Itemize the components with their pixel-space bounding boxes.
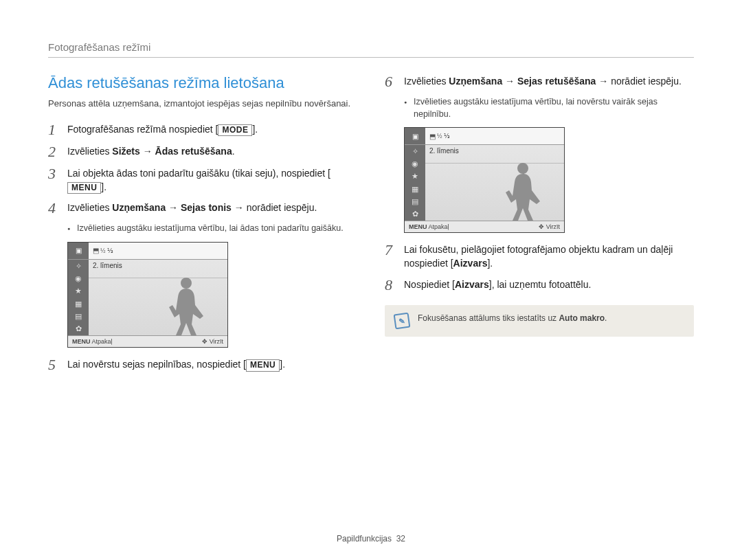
level-label: 2. līmenis xyxy=(425,145,564,164)
step-text: Izvēlieties xyxy=(404,76,449,87)
sidebar-icon: ▦ xyxy=(68,298,89,310)
bold-term: Uzņemšana xyxy=(449,76,502,87)
mode-button-label: MODE xyxy=(218,124,252,137)
person-silhouette-icon xyxy=(499,161,547,221)
svg-point-1 xyxy=(517,163,528,174)
note-text: Fokusēšanas attālums tiks iestatīts uz xyxy=(418,313,559,323)
arrow: → xyxy=(502,76,517,87)
step-text: Lai novērstu sejas nepilnības, nospiedie… xyxy=(67,359,246,370)
step-number: 5 xyxy=(48,357,67,372)
note-text: . xyxy=(605,313,607,323)
bold-term: Aizvars xyxy=(453,258,488,269)
step-text: Izvēlieties xyxy=(67,146,112,157)
sidebar-icon: ★ xyxy=(68,285,89,298)
move-label: Virzīt xyxy=(210,338,223,345)
step-4: 4 Izvēlieties Uzņemšana → Sejas tonis → … xyxy=(48,201,357,216)
step-6-sub: Izvēlieties augstāku iestatījuma vērtību… xyxy=(404,96,694,120)
sidebar-icon: ✿ xyxy=(68,323,89,335)
step-text: Nospiediet [ xyxy=(404,279,455,290)
step-number: 4 xyxy=(48,201,67,216)
note-icon: ✎ xyxy=(394,312,411,329)
step-5: 5 Lai novērstu sejas nepilnības, nospied… xyxy=(48,357,357,372)
step-number: 7 xyxy=(385,243,404,258)
sidebar-icon: ▤ xyxy=(68,310,89,322)
exposure-icon: ⬒ xyxy=(93,247,99,254)
sidebar-icon: ▦ xyxy=(405,183,425,195)
arrow: → xyxy=(166,202,181,213)
step-1: 1 Fotografēšanas režīmā nospiediet [MODE… xyxy=(48,122,357,137)
menu-label: MENU xyxy=(409,223,427,230)
sidebar-icon: ✧ xyxy=(405,145,425,157)
step-text: ]. xyxy=(252,124,258,135)
step-number: 8 xyxy=(385,278,404,293)
bold-term: Auto makro xyxy=(559,313,605,323)
sidebar-icon: ✧ xyxy=(68,260,89,272)
page-number: 32 xyxy=(396,534,405,544)
right-column: 6 Izvēlieties Uzņemšana → Sejas retušēša… xyxy=(385,74,694,379)
bold-term: Sižets xyxy=(112,146,139,157)
arrow: → xyxy=(140,146,155,157)
sidebar-icon: ◉ xyxy=(405,157,425,170)
step-text: → norādiet iespēju. xyxy=(596,76,682,87)
step-text: ]. xyxy=(101,181,106,192)
bold-term: Uzņemšana xyxy=(112,202,166,213)
step-text: ], lai uzņemtu fotoattēlu. xyxy=(489,279,592,290)
step-3: 3 Lai objekta ādas toni padarītu gaišāku… xyxy=(48,166,357,194)
step-number: 2 xyxy=(48,144,67,159)
step-text: . xyxy=(232,146,235,157)
mode-icon: ▣ xyxy=(76,247,82,254)
step-text: ]. xyxy=(487,258,493,269)
bold-term: Ādas retušēšana xyxy=(155,146,232,157)
bold-term: Aizvars xyxy=(455,279,489,290)
step-8: 8 Nospiediet [Aizvars], lai uzņemtu foto… xyxy=(385,278,694,293)
bold-term: Sejas retušēšana xyxy=(517,76,596,87)
sidebar-icon: ✿ xyxy=(405,208,425,221)
step-4-sub: Izvēlieties augstāku iestatījuma vērtību… xyxy=(67,223,357,235)
step-text: Lai fokusētu, pielāgojiet fotografējamo … xyxy=(404,244,673,269)
level-label: 2. līmenis xyxy=(89,260,227,278)
step-number: 1 xyxy=(48,122,67,137)
header-section-label: Fotografēšanas režīmi xyxy=(48,41,694,58)
sidebar-icon: ▤ xyxy=(405,195,425,208)
section-title: Ādas retušēšanas režīma lietošana xyxy=(48,74,357,92)
camera-screen-illustration: ▣ ⬒½ ⅓ ✧ ◉ ★ ▦ ▤ ✿ 2. līmenis xyxy=(404,127,565,233)
back-label: Atpakaļ xyxy=(429,223,449,230)
menu-button-label: MENU xyxy=(246,359,280,372)
footer-label: Papildfunkcijas xyxy=(337,534,392,544)
page-footer: Papildfunkcijas 32 xyxy=(0,534,742,544)
bold-term: Sejas tonis xyxy=(181,202,232,213)
menu-label: MENU xyxy=(72,338,91,345)
step-number: 3 xyxy=(48,166,67,181)
left-column: Ādas retušēšanas režīma lietošana Person… xyxy=(48,74,357,379)
menu-button-label: MENU xyxy=(67,182,101,194)
step-text: Fotografēšanas režīmā nospiediet [ xyxy=(67,124,218,135)
exposure-icon: ⬒ xyxy=(429,133,436,140)
sidebar-icon: ★ xyxy=(405,170,425,183)
step-7: 7 Lai fokusētu, pielāgojiet fotografējam… xyxy=(385,243,694,271)
person-silhouette-icon xyxy=(162,276,210,335)
mode-icon: ▣ xyxy=(412,133,418,140)
step-6: 6 Izvēlieties Uzņemšana → Sejas retušēša… xyxy=(385,74,694,89)
back-label: Atpakaļ xyxy=(92,338,113,345)
sidebar-icon: ◉ xyxy=(68,272,89,284)
move-label: Virzīt xyxy=(546,223,560,230)
svg-point-0 xyxy=(181,278,192,289)
step-text: → norādiet iespēju. xyxy=(232,202,317,213)
intro-text: Personas attēla uzņemšana, izmantojot ie… xyxy=(48,98,357,110)
step-text: Izvēlieties xyxy=(67,202,112,213)
step-number: 6 xyxy=(385,74,404,89)
note-box: ✎ Fokusēšanas attālums tiks iestatīts uz… xyxy=(385,305,694,337)
camera-screen-illustration: ▣ ⬒½ ⅓ ✧ ◉ ★ ▦ ▤ ✿ 2. līmenis xyxy=(67,242,228,348)
step-text: ]. xyxy=(280,359,285,370)
step-2: 2 Izvēlieties Sižets → Ādas retušēšana. xyxy=(48,144,357,159)
step-text: Lai objekta ādas toni padarītu gaišāku (… xyxy=(67,168,330,179)
